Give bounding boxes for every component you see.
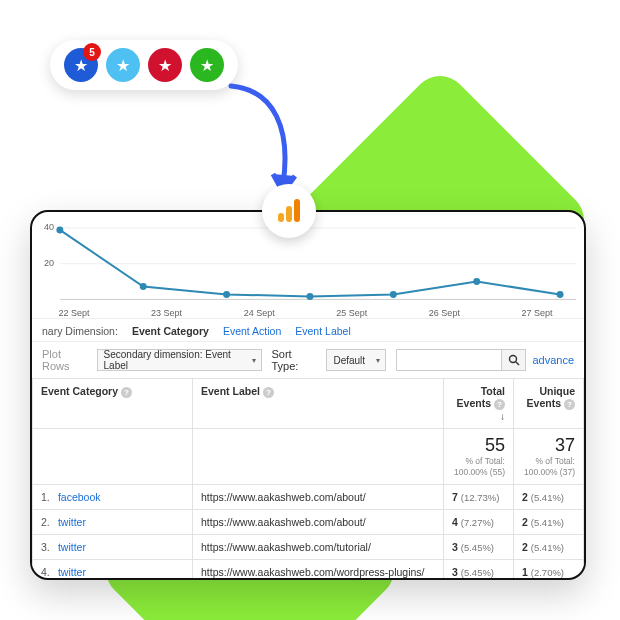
col-unique-events[interactable]: Unique Events? (514, 379, 584, 429)
x-axis-ticks: 22 Sept 23 Sept 24 Sept 25 Sept 26 Sept … (74, 308, 568, 318)
star-button[interactable]: ★ 5 (64, 48, 98, 82)
table-row[interactable]: 4. twitter https://www.aakashweb.com/wor… (33, 560, 584, 580)
star-button[interactable]: ★ (106, 48, 140, 82)
line-chart: 40 20 22 Sept 23 Sept 24 Sept 25 Sept 26… (40, 220, 576, 318)
events-table: Event Category? Event Label? Total Event… (32, 378, 584, 580)
dimension-link[interactable]: Event Label (295, 325, 350, 337)
star-button[interactable]: ★ (148, 48, 182, 82)
analytics-panel: 40 20 22 Sept 23 Sept 24 Sept 25 Sept 26… (30, 210, 586, 580)
col-event-category[interactable]: Event Category? (33, 379, 193, 429)
col-total-events[interactable]: Total Events?↓ (444, 379, 514, 429)
svg-point-7 (140, 283, 147, 290)
svg-point-13 (509, 356, 516, 363)
svg-point-12 (557, 291, 564, 298)
search-button[interactable] (502, 349, 526, 371)
analytics-icon (262, 184, 316, 238)
dimension-label: nary Dimension: (42, 325, 118, 337)
sort-type-label: Sort Type: (272, 348, 317, 372)
search-icon (508, 354, 520, 366)
count-badge: 5 (83, 43, 101, 61)
search-input[interactable] (396, 349, 502, 371)
advanced-link[interactable]: advance (532, 354, 574, 366)
help-icon[interactable]: ? (121, 387, 132, 398)
primary-dimension[interactable]: Event Category (132, 325, 209, 337)
svg-point-6 (56, 226, 63, 233)
sort-type-select[interactable]: Default (326, 349, 386, 371)
help-icon[interactable]: ? (494, 399, 505, 410)
star-button[interactable]: ★ (190, 48, 224, 82)
svg-rect-0 (278, 213, 284, 222)
svg-rect-1 (286, 206, 292, 222)
svg-point-10 (390, 291, 397, 298)
svg-line-14 (516, 362, 519, 365)
table-row[interactable]: 3. twitter https://www.aakashweb.com/tut… (33, 535, 584, 560)
share-buttons-pill: ★ 5 ★ ★ ★ (50, 40, 238, 90)
secondary-dimension-select[interactable]: Secondary dimension: Event Label (97, 349, 262, 371)
dimension-link[interactable]: Event Action (223, 325, 281, 337)
svg-point-8 (223, 291, 230, 298)
svg-rect-2 (294, 199, 300, 222)
col-event-label[interactable]: Event Label? (193, 379, 444, 429)
primary-dimension-row: nary Dimension: Event Category Event Act… (32, 318, 584, 341)
table-header-row: Event Category? Event Label? Total Event… (33, 379, 584, 429)
controls-row: Plot Rows Secondary dimension: Event Lab… (32, 341, 584, 378)
help-icon[interactable]: ? (564, 399, 575, 410)
table-row[interactable]: 2. twitter https://www.aakashweb.com/abo… (33, 510, 584, 535)
svg-point-11 (473, 278, 480, 285)
svg-point-9 (306, 293, 313, 300)
plot-rows-button[interactable]: Plot Rows (42, 348, 87, 372)
help-icon[interactable]: ? (263, 387, 274, 398)
totals-row: 55 % of Total: 100.00% (55) 37 % of Tota… (33, 429, 584, 485)
table-row[interactable]: 1. facebook https://www.aakashweb.com/ab… (33, 485, 584, 510)
sort-desc-icon: ↓ (500, 411, 505, 422)
